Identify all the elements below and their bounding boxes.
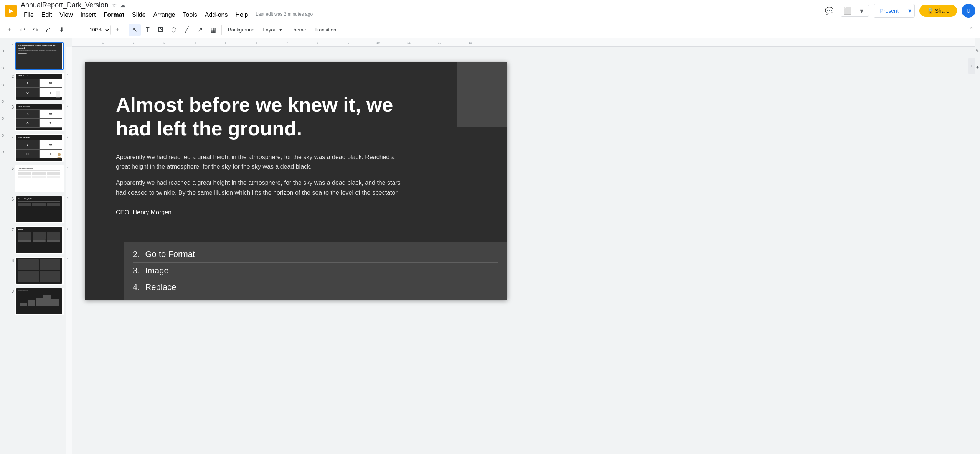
left-icon-5[interactable]: ○	[0, 114, 7, 123]
theme-button[interactable]: Theme	[287, 25, 310, 34]
background-button[interactable]: Background	[224, 25, 258, 34]
main-slide-canvas[interactable]: Almost before we knew it, we had left th…	[85, 62, 507, 300]
slide-number-1: 1	[8, 42, 14, 48]
user-avatar[interactable]: U	[962, 4, 975, 18]
image-button[interactable]: 🖼	[155, 24, 167, 36]
toolbar-divider-1	[70, 25, 70, 35]
menu-slide[interactable]: Slide	[129, 10, 149, 20]
slide-item-3[interactable]: 3 SWOT Overview S W O T	[7, 103, 64, 132]
slide-item-2[interactable]: 2 SWOT Overview S W O T	[7, 72, 64, 101]
select-tool[interactable]: ↖	[129, 24, 141, 36]
slide-thumb-9[interactable]: Sales & Distribution	[15, 288, 64, 315]
slide-number-8: 8	[8, 257, 14, 263]
connector-button[interactable]: ↗	[194, 24, 206, 36]
ceo-link[interactable]: CEO, Henry Morgen	[116, 209, 172, 215]
menu-addons[interactable]: Add-ons	[202, 10, 231, 20]
left-icon-1[interactable]: ○	[0, 46, 7, 55]
menu-edit[interactable]: Edit	[38, 10, 55, 20]
slide-item-7[interactable]: 7 Team	[7, 225, 64, 255]
shapes-button[interactable]: ⬡	[168, 24, 180, 36]
menu-tools[interactable]: Tools	[180, 10, 200, 20]
left-icon-2[interactable]: ○	[0, 63, 7, 72]
comments-icon[interactable]: 💬	[822, 4, 836, 18]
left-icon-4[interactable]: ○	[0, 97, 7, 106]
star-icon[interactable]: ☆	[111, 2, 117, 9]
text-box-button[interactable]: T	[142, 24, 154, 36]
zoom-out-button[interactable]: −	[73, 24, 85, 36]
redo-button[interactable]: ↪	[29, 24, 41, 36]
present-main-button[interactable]: Present	[874, 4, 905, 17]
slide-thumb-6[interactable]: Financial Highlights	[15, 196, 64, 223]
ruler-vertical: 1 2 3 4 5 6 7	[66, 47, 72, 454]
cloud-icon[interactable]: ☁	[120, 2, 126, 9]
overlay-item-4[interactable]: 4. Replace	[133, 279, 498, 295]
slide-item-1[interactable]: 1 Almost before we knew it, we had left …	[7, 41, 64, 71]
layout-button[interactable]: Layout ▾	[259, 25, 286, 34]
paint-format-button[interactable]: ⬇	[55, 24, 68, 36]
slide-thumb-2[interactable]: SWOT Overview S W O T	[15, 73, 64, 100]
slide-thumb-8[interactable]	[15, 257, 64, 285]
slide-number-6: 6	[8, 196, 14, 201]
left-icon-3[interactable]: ○	[0, 80, 7, 89]
print-button[interactable]: 🖨	[42, 24, 54, 36]
slide-item-9[interactable]: 9 Sales & Distribution	[7, 287, 64, 316]
menu-arrange[interactable]: Arrange	[150, 10, 178, 20]
doc-title[interactable]: AnnualReport_Dark_Version	[21, 1, 108, 9]
menu-help[interactable]: Help	[232, 10, 251, 20]
slide-thumb-5[interactable]: Financial Highlights	[15, 165, 64, 192]
slide-thumb-7[interactable]: Team	[15, 226, 64, 254]
ruler-horizontal: 1 2 3 4 5 6 7 8 9 10 11 12 13	[72, 38, 975, 47]
format-overlay: 2. Go to Format 3. Image 4. Replace	[124, 242, 507, 300]
slides-panel: 1 Almost before we knew it, we had left …	[5, 38, 66, 454]
undo-button[interactable]: ↩	[16, 24, 28, 36]
right-sidebar: ✎ ⚙	[975, 38, 980, 454]
main-toolbar: ＋ ↩ ↪ 🖨 ⬇ − 100% 75% 50% 150% ＋ ↖ T 🖼 ⬡ …	[0, 21, 980, 38]
top-right-actions: 💬 ⬜ ▾ Present ▾ 🔒 Share U	[822, 4, 976, 18]
slide-headline: Almost before we knew it, we had left th…	[116, 93, 423, 141]
add-slide-button[interactable]: ＋	[3, 24, 15, 36]
slide-thumb-1[interactable]: Almost before we knew it, we had left th…	[15, 42, 64, 70]
menu-file[interactable]: File	[21, 10, 37, 20]
collapse-panel[interactable]: ⌃	[965, 24, 977, 36]
toolbar-divider-2	[126, 25, 126, 35]
slide-number-2: 2	[8, 73, 14, 79]
last-edit-label: Last edit was 2 minutes ago	[256, 10, 313, 20]
right-icon-1[interactable]: ✎	[973, 46, 980, 55]
collapse-icon[interactable]: ⌃	[965, 24, 977, 36]
table-button[interactable]: ▦	[207, 24, 219, 36]
slides-view-dropdown[interactable]: ▾	[855, 5, 869, 17]
overlay-item-3[interactable]: 3. Image	[133, 263, 498, 279]
menu-bar: File Edit View Insert Format Slide Arran…	[21, 10, 313, 20]
overlay-item-2[interactable]: 2. Go to Format	[133, 246, 498, 263]
share-button[interactable]: 🔒 Share	[919, 5, 957, 17]
svg-point-0	[58, 153, 61, 156]
slide-item-5[interactable]: 5 Financial Highlights	[7, 164, 64, 193]
menu-insert[interactable]: Insert	[78, 10, 99, 20]
transition-button[interactable]: Transition	[311, 25, 340, 34]
present-dropdown-button[interactable]: ▾	[905, 4, 914, 17]
slide-body-1: Apparently we had reached a great height…	[116, 152, 404, 172]
google-slides-logo[interactable]: ▶	[5, 5, 17, 17]
slide-viewport: Almost before we knew it, we had left th…	[78, 50, 963, 442]
menu-format[interactable]: Format	[101, 10, 127, 20]
menu-view[interactable]: View	[56, 10, 76, 20]
zoom-in-button[interactable]: ＋	[111, 24, 124, 36]
slide-number-9: 9	[8, 288, 14, 293]
right-icon-2[interactable]: ⚙	[973, 63, 980, 72]
collapse-arrow: ›	[971, 64, 972, 68]
slide-item-6[interactable]: 6 Financial Highlights	[7, 195, 64, 224]
slide-item-8[interactable]: 8	[7, 256, 64, 285]
slide-number-5: 5	[8, 165, 14, 171]
zoom-select[interactable]: 100% 75% 50% 150%	[86, 25, 111, 35]
slide-item-4[interactable]: 4 SWOT Overview S W O T	[7, 133, 64, 163]
slide-thumb-4[interactable]: SWOT Overview S W O T	[15, 134, 64, 162]
slide-thumb-3[interactable]: SWOT Overview S W O T	[15, 104, 64, 131]
toolbar-divider-3	[221, 25, 222, 35]
left-icon-7[interactable]: ○	[0, 147, 7, 156]
slide-content: Almost before we knew it, we had left th…	[85, 62, 507, 231]
slides-view-icon[interactable]: ⬜	[841, 5, 855, 17]
lines-button[interactable]: ╱	[181, 24, 193, 36]
left-icon-6[interactable]: ○	[0, 130, 7, 140]
title-area: AnnualReport_Dark_Version ☆ ☁ File Edit …	[21, 1, 313, 20]
canvas-area: 1 2 3 4 5 6 7 8 9 10 11 12 13 1 2 3 4 5 …	[66, 38, 975, 454]
